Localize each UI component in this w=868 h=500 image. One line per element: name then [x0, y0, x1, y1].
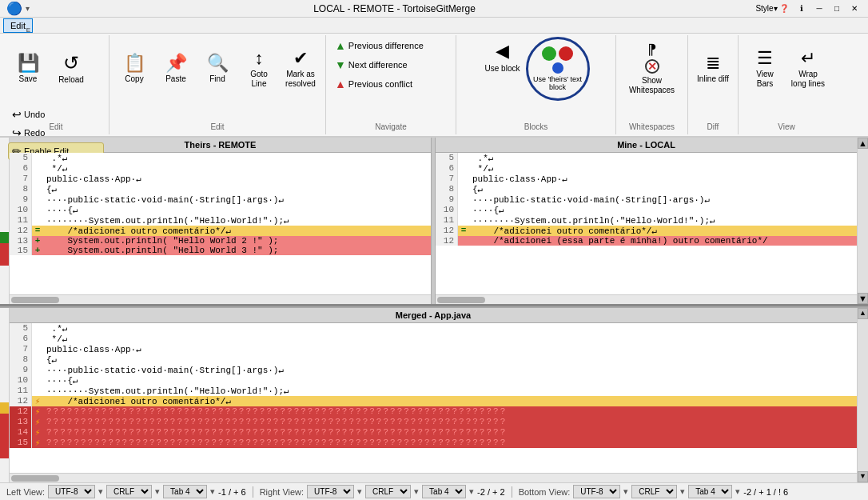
- merged-scrollbar-h[interactable]: [10, 473, 857, 482]
- csb-conflict-start: [0, 232, 9, 243]
- left-eol-dropdown[interactable]: CRLF: [106, 485, 152, 498]
- copy-icon: 📋: [124, 54, 145, 72]
- prev-conflict-button[interactable]: ▲ Previous conflict: [331, 75, 451, 93]
- scroll-up-arrow[interactable]: ▲: [858, 138, 868, 149]
- merged-line-7: 7 public·class·App·↵: [10, 344, 857, 354]
- merged-content[interactable]: 5 .*↵ 6 */↵ 7 public·class·App·↵ 8: [10, 323, 857, 473]
- next-diff-button[interactable]: ▼ Next difference: [331, 56, 451, 74]
- edit-buttons: 📋 Copy 📌 Paste 🔍 Find ↕ Goto Line ✔ Mark…: [114, 37, 321, 133]
- merged-panel: Merged - App.java 5 .*↵ 6 */↵ 7 public·c…: [10, 308, 857, 482]
- next-diff-icon: ▼: [335, 58, 346, 71]
- goto-line-button[interactable]: ↕ Goto Line: [239, 37, 279, 101]
- right-view-section: Right View: UTF-8 ▾ CRLF ▾ Tab 4 ▾ -2 / …: [260, 485, 505, 498]
- help-button[interactable]: ❓: [777, 2, 791, 16]
- theirs-line-15: 15 + System.out.println( "Hello World 3 …: [10, 246, 431, 255]
- bottom-tab-dropdown[interactable]: Tab 4: [688, 485, 732, 498]
- close-button[interactable]: ✕: [847, 2, 862, 16]
- left-encoding-dropdown[interactable]: UTF-8: [48, 485, 95, 498]
- blue-dot: [552, 62, 563, 74]
- menu-edit[interactable]: Edit E: [3, 18, 33, 33]
- edit-group2-label: Edit: [109, 122, 325, 131]
- mark-icon: ✔: [293, 50, 308, 67]
- wrap-long-lines-button[interactable]: ↵ Wrap long lines: [788, 37, 828, 101]
- theirs-line-10: 10 ····{↵: [10, 205, 431, 215]
- use-theirs-block-button[interactable]: Use 'theirs' text block: [526, 37, 590, 101]
- merged-line-8: 8 {↵: [10, 354, 857, 365]
- window-title: LOCAL - REMOTE - TortoiseGitMerge: [30, 3, 759, 14]
- reload-icon: ↺: [63, 54, 79, 73]
- blocks-label: Blocks: [456, 122, 615, 131]
- toolbar-group-navigate: ▲ Previous difference ▼ Next difference …: [326, 35, 456, 134]
- find-button[interactable]: 🔍 Find: [197, 37, 237, 101]
- diff-label: Diff: [688, 122, 738, 131]
- mine-scrollbar-h[interactable]: [436, 294, 857, 304]
- navigate-buttons: ▲ Previous difference ▼ Next difference …: [331, 37, 451, 107]
- toolbar-group-diff: ≣ Inline diff Diff: [688, 35, 739, 134]
- find-label: Find: [209, 74, 225, 84]
- dots-area: [542, 46, 573, 61]
- prev-conflict-icon: ▲: [335, 78, 346, 90]
- theirs-line-7: 7 public·class·App·↵: [10, 174, 431, 184]
- paste-button[interactable]: 📌 Paste: [156, 37, 196, 101]
- save-label: Save: [19, 74, 38, 84]
- copy-button[interactable]: 📋 Copy: [114, 37, 154, 101]
- goto-label: Goto Line: [250, 70, 268, 89]
- window-controls[interactable]: Style ▾ ❓ ℹ ─ □ ✕: [759, 2, 862, 16]
- toolbar-group-edit: 📋 Copy 📌 Paste 🔍 Find ↕ Goto Line ✔ Mark…: [109, 35, 326, 134]
- mine-content[interactable]: 5 .*↵ 6 */↵ 7 public·class·App·↵ 8: [436, 153, 857, 294]
- merged-scroll-up[interactable]: ▲: [858, 308, 868, 319]
- whitespace-group-label: Whitespaces: [616, 122, 687, 131]
- merged-conflict-sidebar: [0, 308, 10, 482]
- theirs-line-12a: 12 = /*adicionei outro comentário*/↵: [10, 226, 431, 236]
- undo-label: Undo: [24, 110, 45, 119]
- mine-line-12b: 12 /*adicionei (essa parte é minha!) out…: [436, 236, 857, 246]
- right-pos: -2 / + 2: [477, 487, 505, 497]
- use-left-block-button[interactable]: ◀ Use block: [483, 37, 523, 101]
- mark-resolved-button[interactable]: ✔ Mark as resolved: [281, 37, 321, 101]
- right-encoding-dropdown[interactable]: UTF-8: [307, 485, 354, 498]
- mine-scroll-thumb[interactable]: [437, 297, 485, 303]
- right-tab-dropdown[interactable]: Tab 4: [422, 485, 466, 498]
- merged-line-10: 10 ····{↵: [10, 375, 857, 386]
- theirs-content[interactable]: 5 .*↵ 6 */↵ 7 public·class·App·↵ 8: [10, 153, 431, 294]
- view-bars-button[interactable]: ☰ View Bars: [745, 37, 785, 101]
- bottom-encoding-dropdown[interactable]: UTF-8: [573, 485, 620, 498]
- scroll-down-arrow[interactable]: ▼: [858, 293, 868, 304]
- status-divider-2: [512, 486, 512, 498]
- theirs-line-11: 11 ········System.out.println(·"Hello·Wo…: [10, 215, 431, 226]
- mine-line-9: 9 ····public·static·void·main(·String[]·…: [436, 194, 857, 205]
- minimize-button[interactable]: ─: [812, 2, 826, 16]
- theirs-scroll-thumb[interactable]: [11, 297, 59, 303]
- prev-diff-icon: ▲: [335, 39, 346, 52]
- goto-icon: ↕: [255, 50, 264, 67]
- style-button[interactable]: Style ▾: [759, 2, 774, 16]
- merged-line-12b: 12 ⚡ ???????????????????????????????????…: [10, 406, 857, 417]
- toolbar-group-view: ☰ View Bars ↵ Wrap long lines View: [739, 35, 834, 134]
- bottom-view-label: Bottom View:: [519, 487, 571, 497]
- top-panels: Theirs - REMOTE 5 .*↵ 6 */↵ 7 public·cla…: [0, 138, 868, 306]
- mark-label: Mark as resolved: [285, 70, 316, 89]
- undo-button[interactable]: ↩ Undo: [8, 106, 104, 123]
- show-whitespace-button[interactable]: ⁋ ✕ Show Whitespaces: [632, 37, 672, 101]
- inline-diff-button[interactable]: ≣ Inline diff: [693, 37, 733, 101]
- reload-label: Reload: [58, 75, 84, 85]
- whitespace-x-icon: ✕: [645, 59, 659, 74]
- prev-diff-button[interactable]: ▲ Previous difference: [331, 37, 451, 54]
- info-button[interactable]: ℹ: [794, 2, 809, 16]
- right-scrollbar[interactable]: ▲ ▼: [857, 138, 868, 304]
- mine-line-5: 5 .*↵: [436, 153, 857, 163]
- toolbar-group-whitespace: ⁋ ✕ Show Whitespaces Whitespaces: [616, 35, 688, 134]
- merged-scroll-down[interactable]: ▼: [858, 471, 868, 482]
- save-button[interactable]: 💾 Save: [8, 37, 48, 101]
- left-view-section: Left View: UTF-8 ▾ CRLF ▾ Tab 4 ▾ -1 / +…: [6, 485, 246, 498]
- merged-right-scrollbar[interactable]: ▲ ▼: [857, 308, 868, 482]
- merged-line-6: 6 */↵: [10, 334, 857, 344]
- reload-button[interactable]: ↺ Reload: [51, 37, 91, 101]
- merged-scroll-thumb[interactable]: [11, 475, 59, 482]
- right-eol-dropdown[interactable]: CRLF: [365, 485, 411, 498]
- green-dot: [542, 46, 556, 61]
- theirs-scrollbar-h[interactable]: [10, 294, 431, 304]
- bottom-eol-dropdown[interactable]: CRLF: [631, 485, 677, 498]
- left-tab-dropdown[interactable]: Tab 4: [163, 485, 207, 498]
- maximize-button[interactable]: □: [830, 2, 844, 16]
